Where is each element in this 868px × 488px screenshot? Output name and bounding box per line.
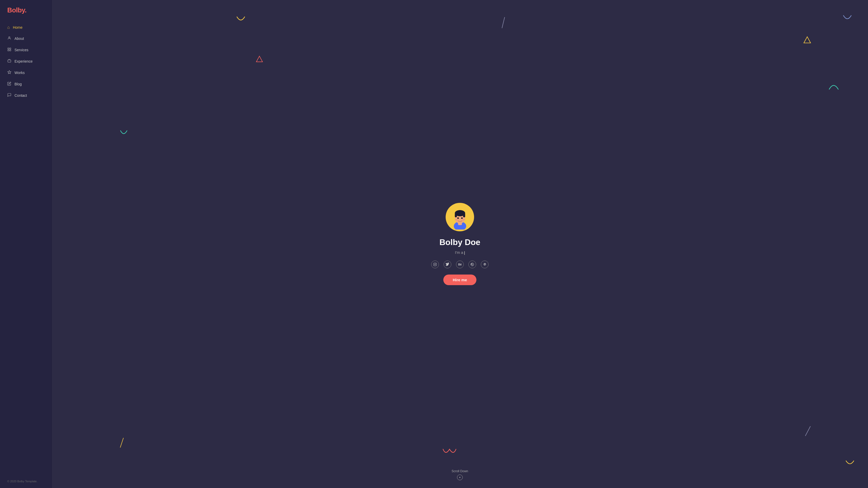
svg-rect-3 [8,50,9,51]
deco-m-shape-bottom [442,448,457,457]
instagram-icon[interactable] [431,261,439,268]
blog-icon [7,82,11,87]
svg-rect-23 [433,263,437,266]
hero-name: Bolby Doe [439,238,480,247]
deco-line-bottom-right [805,426,811,436]
nav-item-contact[interactable]: Contact [0,90,52,101]
nav-item-works[interactable]: Works [0,67,52,78]
nav-label-services: Services [14,48,28,52]
nav-item-experience[interactable]: Experience [0,56,52,66]
services-icon [7,48,11,53]
svg-rect-5 [8,60,11,62]
svg-rect-2 [9,48,11,49]
svg-point-24 [435,264,436,265]
svg-line-11 [120,438,123,447]
brand-name: Bolby [7,6,25,14]
scroll-label: Scroll Down [452,469,468,473]
deco-arc-right-mid [828,83,840,91]
nav-label-works: Works [14,71,25,75]
svg-point-21 [455,219,458,220]
about-icon [7,36,11,41]
deco-slash-bottom-left [119,437,124,448]
nav-item-services[interactable]: Services [0,45,52,55]
svg-point-0 [8,37,10,38]
deco-arc-bottom-right [845,460,855,467]
svg-rect-1 [8,48,9,49]
svg-point-27 [459,477,460,478]
nav-item-home[interactable]: ⌂ Home [0,23,52,32]
experience-icon [7,59,11,64]
svg-marker-8 [804,37,811,43]
hero-card: Bolby Doe I'm a Bē ℗ Hire me [431,203,489,285]
deco-arc-top-mid [236,16,246,25]
svg-rect-17 [455,213,457,217]
behance-icon[interactable]: Bē [456,261,464,268]
svg-point-19 [457,217,459,219]
svg-point-20 [461,217,463,219]
brand-logo: Bolby. [0,6,52,23]
brand-dot: . [25,6,27,14]
typing-cursor [464,251,465,255]
copyright-text: © 2020 Bolby Template. [7,480,37,483]
avatar [448,205,472,230]
scroll-down[interactable]: Scroll Down [452,469,468,480]
svg-line-7 [502,17,505,28]
hire-me-button[interactable]: Hire me [443,275,476,285]
svg-rect-4 [9,50,11,51]
home-icon: ⌂ [7,25,10,30]
subtitle-text: I'm a [455,250,464,254]
nav-item-about[interactable]: About [0,33,52,44]
hero-subtitle: I'm a [455,250,465,254]
deco-triangle-yellow [803,36,811,43]
svg-marker-9 [256,56,262,62]
nav-label-home: Home [13,25,23,30]
dribbble-icon[interactable] [468,261,476,268]
social-icons: Bē ℗ [431,261,489,268]
svg-rect-18 [463,213,465,217]
contact-icon [7,93,11,98]
svg-line-10 [805,426,810,436]
nav-label-contact: Contact [14,93,27,97]
svg-marker-6 [7,70,11,74]
nav-label-experience: Experience [14,59,33,63]
sidebar-footer: © 2020 Bolby Template. [0,480,52,483]
scroll-mouse-icon [457,475,463,480]
avatar-ring [446,203,474,231]
nav-item-blog[interactable]: Blog [0,79,52,89]
deco-arc-left-mid [119,129,128,137]
svg-point-22 [462,219,465,220]
deco-arc-top-right [842,14,852,23]
deco-triangle-red [256,56,263,62]
main-content: Bolby Doe I'm a Bē ℗ Hire me [52,0,868,488]
main-nav: ⌂ Home About Services Experience [0,23,52,101]
sidebar: Bolby. ⌂ Home About Services [0,0,52,488]
twitter-icon[interactable] [443,261,451,268]
works-icon [7,70,11,75]
nav-label-about: About [14,36,24,41]
nav-label-blog: Blog [14,82,22,86]
deco-slash-top [501,17,506,28]
pinterest-icon[interactable]: ℗ [481,261,489,268]
